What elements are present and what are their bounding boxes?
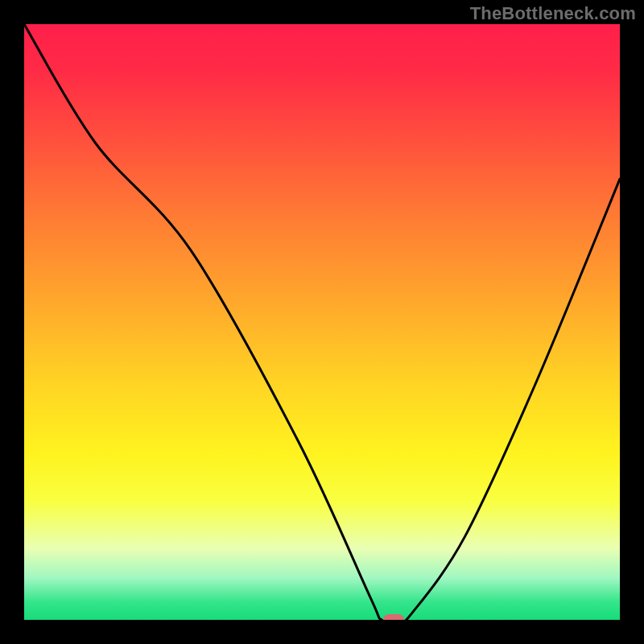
plot-area xyxy=(24,24,620,620)
chart-frame: TheBottleneck.com xyxy=(0,0,644,644)
watermark-text: TheBottleneck.com xyxy=(470,3,636,24)
bottleneck-curve xyxy=(24,24,620,620)
optimal-point-marker xyxy=(383,614,404,620)
curve-path xyxy=(24,24,620,620)
